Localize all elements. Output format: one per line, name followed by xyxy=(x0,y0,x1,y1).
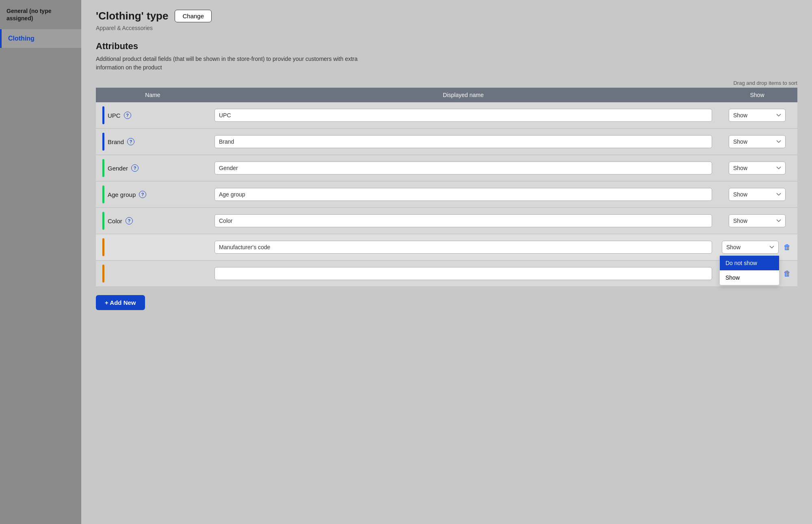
col-displayed-name: Displayed name xyxy=(210,88,717,102)
display-input-brand[interactable] xyxy=(214,135,712,148)
change-button[interactable]: Change xyxy=(175,10,212,22)
row-color-bar xyxy=(102,133,104,151)
row-color-bar xyxy=(102,238,104,256)
attr-name-age-group: Age group xyxy=(108,191,136,198)
display-input-color[interactable] xyxy=(214,214,712,227)
attr-name-brand: Brand xyxy=(108,138,124,145)
row-color-bar xyxy=(102,106,104,124)
dropdown-option-show[interactable]: Show xyxy=(720,270,779,285)
show-select-upc[interactable]: Show Do not show xyxy=(729,109,786,122)
col-show: Show xyxy=(717,88,797,102)
help-icon-color[interactable]: ? xyxy=(126,217,133,224)
sidebar-general: General (no type assigned) xyxy=(0,0,81,29)
add-new-button[interactable]: + Add New xyxy=(96,295,145,310)
show-select-color[interactable]: Show Do not show xyxy=(729,214,786,227)
display-input-empty[interactable] xyxy=(214,267,712,280)
display-input-manufacturers-code[interactable] xyxy=(214,241,712,254)
attributes-section-title: Attributes xyxy=(96,41,797,52)
table-row: Show Do not show 🗑 Do not show Show xyxy=(96,234,797,261)
delete-icon-manufacturers-code[interactable]: 🗑 xyxy=(782,242,793,253)
table-header: Name Displayed name Show xyxy=(96,88,797,102)
display-input-age-group[interactable] xyxy=(214,188,712,201)
row-color-bar xyxy=(102,212,104,230)
table-row: Brand ? Show Do not show xyxy=(96,129,797,155)
page-title: 'Clothing' type xyxy=(96,10,168,22)
display-input-gender[interactable] xyxy=(214,162,712,175)
sidebar-item-clothing[interactable]: Clothing xyxy=(0,29,81,48)
help-icon-brand[interactable]: ? xyxy=(127,138,134,145)
table-row: Color ? Show Do not show xyxy=(96,208,797,234)
attr-name-gender: Gender xyxy=(108,165,128,172)
row-color-bar xyxy=(102,185,104,203)
help-icon-gender[interactable]: ? xyxy=(131,164,139,172)
delete-icon-empty[interactable]: 🗑 xyxy=(782,268,793,280)
page-subtitle: Apparel & Accessories xyxy=(96,25,797,31)
show-dropdown-open: Do not show Show xyxy=(719,255,780,285)
row-color-bar xyxy=(102,265,104,282)
display-input-upc[interactable] xyxy=(214,109,712,122)
col-name: Name xyxy=(96,88,210,102)
table-row: Show Do not show 🗑 xyxy=(96,261,797,287)
attributes-table: Name Displayed name Show UPC ? xyxy=(96,88,797,287)
show-select-age-group[interactable]: Show Do not show xyxy=(729,188,786,201)
drag-hint: Drag and drop items to sort xyxy=(96,80,797,86)
main-content: 'Clothing' type Change Apparel & Accesso… xyxy=(81,0,812,524)
page-header: 'Clothing' type Change xyxy=(96,10,797,22)
help-icon-upc[interactable]: ? xyxy=(124,112,131,119)
help-icon-age-group[interactable]: ? xyxy=(139,191,146,198)
show-select-brand[interactable]: Show Do not show xyxy=(729,135,786,148)
attributes-section-desc: Additional product detail fields (that w… xyxy=(96,55,380,72)
show-select-gender[interactable]: Show Do not show xyxy=(729,162,786,175)
row-color-bar xyxy=(102,159,104,177)
table-row: Age group ? Show Do not show xyxy=(96,181,797,208)
show-select-manufacturers-code[interactable]: Show Do not show xyxy=(722,241,779,254)
attr-name-color: Color xyxy=(108,218,122,224)
sidebar: General (no type assigned) Clothing xyxy=(0,0,81,524)
attr-name-upc: UPC xyxy=(108,112,121,119)
table-row: UPC ? Show Do not show xyxy=(96,102,797,129)
dropdown-option-do-not-show[interactable]: Do not show xyxy=(720,256,779,270)
table-row: Gender ? Show Do not show xyxy=(96,155,797,181)
